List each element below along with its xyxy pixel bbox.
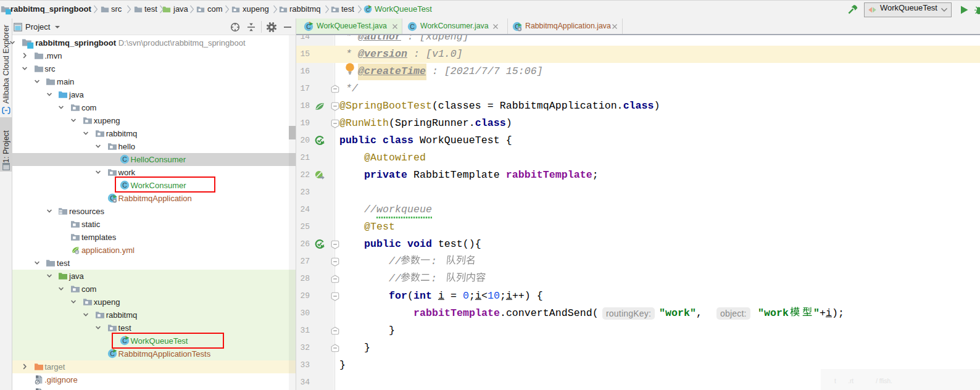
- svg-text:C: C: [410, 23, 415, 30]
- svg-text:C: C: [122, 156, 127, 163]
